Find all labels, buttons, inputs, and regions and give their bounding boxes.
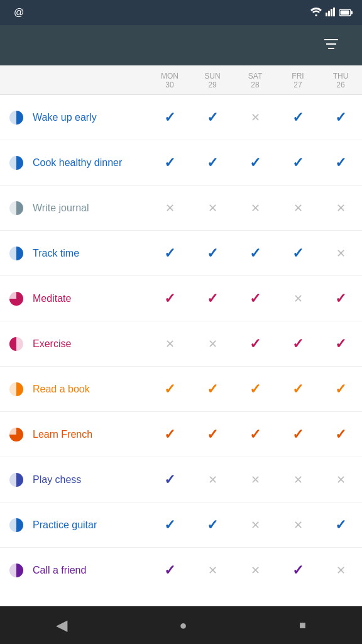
habit-row[interactable]: Meditate✓✓✓✕✓ [0,276,362,321]
habit-info: Cook healthy dinner [0,154,148,172]
habit-day-cell[interactable]: ✓ [277,381,319,397]
habit-row[interactable]: Read a book✓✓✓✓✓ [0,367,362,412]
habit-day-cell[interactable]: ✓ [148,155,191,171]
recent-button[interactable]: ■ [299,619,306,632]
habit-day-cell[interactable]: ✓ [234,245,277,262]
checkmark-icon: ✓ [335,381,346,397]
habit-day-cell[interactable]: ✕ [148,337,191,351]
svg-rect-3 [333,8,335,16]
checkmark-icon: ✓ [164,381,175,397]
habit-day-cell[interactable]: ✕ [277,518,319,532]
habit-day-cell[interactable]: ✓ [148,109,191,126]
habit-day-cell[interactable]: ✓ [234,426,277,443]
habit-day-cell[interactable]: ✓ [234,291,277,307]
habit-row[interactable]: Write journal✕✕✕✕✕ [0,186,362,231]
habit-day-cell[interactable]: ✕ [234,201,277,215]
habit-day-cell[interactable]: ✓ [319,155,362,171]
habit-day-cell[interactable]: ✓ [191,381,234,397]
habit-day-cell[interactable]: ✓ [148,472,191,488]
habit-day-cell[interactable]: ✕ [319,247,362,260]
habit-day-cell[interactable]: ✓ [277,245,319,262]
habit-icon [8,109,25,126]
habit-row[interactable]: Call a friend✓✕✕✓✕ [0,548,362,593]
habit-day-cell[interactable]: ✓ [234,381,277,397]
x-icon: ✕ [293,201,303,215]
habit-day-cell[interactable]: ✓ [191,517,234,533]
status-bar: @ [0,0,362,25]
habit-day-cell[interactable]: ✕ [234,473,277,487]
at-icon: @ [14,7,24,18]
habit-day-cell[interactable]: ✓ [319,291,362,307]
habit-day-cell[interactable]: ✕ [319,201,362,215]
habit-day-cell[interactable]: ✕ [277,473,319,487]
habit-day-cell[interactable]: ✕ [319,473,362,487]
battery-icon [339,8,353,18]
habit-day-cell[interactable]: ✓ [148,245,191,262]
habit-day-cell[interactable]: ✓ [277,562,319,579]
habit-day-cell[interactable]: ✓ [234,336,277,352]
habit-day-cell[interactable]: ✓ [319,426,362,443]
habit-day-cell[interactable]: ✓ [319,381,362,397]
habit-day-cell[interactable]: ✕ [191,473,234,487]
habit-day-cell[interactable]: ✕ [277,201,319,215]
checkmark-icon: ✓ [250,245,261,262]
habit-day-cell[interactable]: ✕ [319,564,362,577]
checkmark-icon: ✓ [164,155,175,171]
habit-day-cell[interactable]: ✓ [319,109,362,126]
bottom-nav: ◀ ● ■ [0,606,362,644]
habit-day-cell[interactable]: ✓ [277,155,319,171]
checkmark-icon: ✓ [250,336,261,352]
habit-row[interactable]: Play chess✓✕✕✕✕ [0,457,362,502]
x-icon: ✕ [208,201,217,215]
habit-day-cell[interactable]: ✓ [234,155,277,171]
checkmark-icon: ✓ [292,155,304,171]
back-button[interactable]: ◀ [56,616,67,634]
x-icon: ✕ [251,564,260,577]
habit-row[interactable]: Track time✓✓✓✓✕ [0,231,362,276]
habit-day-cell[interactable]: ✕ [148,201,191,215]
checkmark-icon: ✓ [207,381,218,397]
habit-day-cell[interactable]: ✓ [191,291,234,307]
habit-day-cell[interactable]: ✓ [277,426,319,443]
habit-day-cell[interactable]: ✓ [191,109,234,126]
checkmark-icon: ✓ [335,426,346,443]
top-bar-actions [312,37,351,53]
home-button[interactable]: ● [180,618,187,633]
habit-day-cell[interactable]: ✕ [191,337,234,351]
habit-day-cell[interactable]: ✓ [277,109,319,126]
habit-day-cell[interactable]: ✓ [148,517,191,533]
habit-day-cell[interactable]: ✓ [191,155,234,171]
habit-day-cell[interactable]: ✓ [277,336,319,352]
filter-button[interactable] [324,37,338,53]
habit-icon [8,471,25,489]
habit-day-cell[interactable]: ✓ [148,426,191,443]
habit-day-cell[interactable]: ✓ [148,562,191,579]
habit-day-cell[interactable]: ✓ [148,291,191,307]
habit-day-cell[interactable]: ✓ [191,245,234,262]
col-header-0: MON 30 [148,72,191,89]
habit-day-cell[interactable]: ✕ [277,292,319,306]
habit-icon [8,245,25,262]
habit-day-cell[interactable]: ✕ [191,564,234,577]
checkmark-icon: ✓ [164,472,175,488]
habit-row[interactable]: Exercise✕✕✓✓✓ [0,321,362,367]
habit-row[interactable]: Practice guitar✓✓✕✕✓ [0,502,362,548]
habit-day-cell[interactable]: ✕ [234,111,277,125]
habit-day-cell[interactable]: ✓ [319,336,362,352]
x-icon: ✕ [208,564,217,577]
checkmark-icon: ✓ [164,109,175,126]
habit-day-cell[interactable]: ✓ [191,426,234,443]
habit-row[interactable]: Cook healthy dinner✓✓✓✓✓ [0,140,362,186]
habit-icon [8,516,25,534]
habit-icon [8,335,25,353]
checkmark-icon: ✓ [250,155,261,171]
habit-day-cell[interactable]: ✕ [191,201,234,215]
habit-day-cell[interactable]: ✓ [148,381,191,397]
checkmark-icon: ✓ [335,336,346,352]
habit-day-cell[interactable]: ✕ [234,564,277,577]
habit-info: Read a book [0,380,148,398]
habit-day-cell[interactable]: ✕ [234,518,277,532]
habit-row[interactable]: Wake up early✓✓✕✓✓ [0,95,362,140]
habit-day-cell[interactable]: ✓ [319,517,362,533]
habit-row[interactable]: Learn French✓✓✓✓✓ [0,412,362,457]
